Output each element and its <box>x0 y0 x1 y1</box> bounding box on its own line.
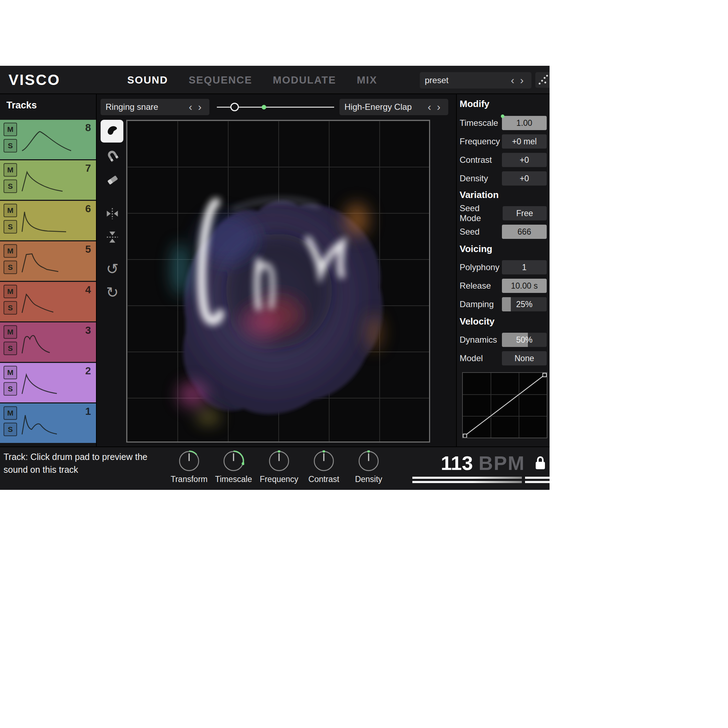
dynamics-row: Dynamics 50% <box>460 332 547 348</box>
track-pad-8[interactable]: M S 8 <box>0 120 96 159</box>
morph-right-select[interactable]: High-Energy Clap ‹ › <box>340 99 448 115</box>
dynamics-value-slider[interactable]: 50% <box>502 333 547 347</box>
frequency-value-slider[interactable]: +0 mel <box>502 135 547 148</box>
tempo-display[interactable]: 113 BPM <box>441 451 549 474</box>
timescale-knob[interactable] <box>223 450 244 472</box>
magnet-tool-button[interactable] <box>104 147 121 164</box>
mute-button[interactable]: M <box>3 163 17 177</box>
sound-canvas[interactable] <box>126 120 430 442</box>
preset-select[interactable]: preset ‹ › <box>420 72 531 89</box>
curve-handle-low[interactable] <box>463 434 467 437</box>
density-knob-block: Density <box>347 450 391 484</box>
solo-button[interactable]: S <box>3 260 17 274</box>
mirror-vertical-icon <box>104 229 120 245</box>
track-pad-2[interactable]: M S 2 <box>0 363 96 402</box>
solo-button[interactable]: S <box>3 220 17 234</box>
mute-button[interactable]: M <box>3 204 17 217</box>
tab-sound[interactable]: SOUND <box>127 74 168 86</box>
solo-button[interactable]: S <box>3 139 17 153</box>
chevron-right-icon[interactable]: › <box>195 102 204 112</box>
track-pad-7[interactable]: M S 7 <box>0 160 96 200</box>
waveform-icon <box>20 206 73 236</box>
model-select[interactable]: None <box>502 351 547 366</box>
bpm-value[interactable]: 113 <box>441 451 473 474</box>
track-number: 7 <box>85 162 91 174</box>
mute-button[interactable]: M <box>3 366 17 379</box>
status-hint-line2: sound on this track <box>3 463 160 476</box>
magnet-icon <box>104 147 120 163</box>
contrast-knob-block: Contrast <box>302 450 346 484</box>
chevron-left-icon[interactable]: ‹ <box>425 102 434 112</box>
contrast-value-slider[interactable]: +0 <box>502 153 547 167</box>
meter-bar <box>525 481 549 483</box>
eraser-tool-button[interactable] <box>104 171 121 188</box>
mute-button[interactable]: M <box>3 406 17 420</box>
waveform-icon <box>20 408 73 439</box>
waveform-icon <box>20 165 73 196</box>
frequency-label: Frequency <box>460 136 500 147</box>
undo-button[interactable]: ↺ <box>104 260 121 278</box>
release-value-slider[interactable]: 10.00 s <box>502 279 547 293</box>
chevron-right-icon[interactable]: › <box>434 102 443 112</box>
mirror-horizontal-button[interactable] <box>104 205 121 222</box>
track-number: 2 <box>85 365 91 377</box>
track-number: 6 <box>85 203 91 215</box>
morph-slider-handle[interactable] <box>230 103 239 111</box>
randomize-button[interactable] <box>535 72 549 88</box>
meter-bar <box>525 477 549 479</box>
lock-icon[interactable] <box>534 456 546 471</box>
waveform-icon <box>20 287 73 317</box>
mute-button[interactable]: M <box>3 122 17 136</box>
curve-handle-high[interactable] <box>543 373 546 377</box>
morph-slider[interactable] <box>217 99 334 115</box>
tab-mix[interactable]: MIX <box>357 74 378 86</box>
velocity-curve-editor[interactable] <box>462 372 548 438</box>
mute-button[interactable]: M <box>3 325 17 339</box>
knob-label: Transform <box>167 474 211 484</box>
solo-button[interactable]: S <box>3 179 17 193</box>
timescale-knob-block: Timescale <box>211 450 255 484</box>
release-row: Release 10.00 s <box>460 278 547 294</box>
track-pad-3[interactable]: M S 3 <box>0 323 96 362</box>
draw-tool-button[interactable] <box>101 120 123 142</box>
morph-left-value: Ringing snare <box>106 102 186 112</box>
solo-button[interactable]: S <box>3 301 17 315</box>
status-hint: Track: Click drum pad to preview the sou… <box>3 450 160 476</box>
track-number: 8 <box>85 122 91 134</box>
track-pad-1[interactable]: M S 1 <box>0 404 96 443</box>
undo-icon: ↺ <box>106 262 118 277</box>
model-row: Model None <box>460 350 547 367</box>
contrast-knob[interactable] <box>313 450 335 472</box>
solo-button[interactable]: S <box>3 423 17 436</box>
frequency-knob[interactable] <box>268 450 290 472</box>
knob-label: Contrast <box>302 474 346 484</box>
mute-button[interactable]: M <box>3 244 17 258</box>
morph-right-value: High-Energy Clap <box>344 102 425 112</box>
tab-modulate[interactable]: MODULATE <box>273 74 336 86</box>
density-value-slider[interactable]: +0 <box>502 171 547 185</box>
waveform-icon <box>20 327 73 358</box>
seed-value-slider[interactable]: 666 <box>502 225 547 239</box>
redo-button[interactable]: ↻ <box>104 284 121 301</box>
tab-sequence[interactable]: SEQUENCE <box>189 74 252 86</box>
chevron-left-icon[interactable]: ‹ <box>186 102 195 112</box>
mute-button[interactable]: M <box>3 285 17 298</box>
damping-value-slider[interactable]: 25% <box>502 297 547 311</box>
density-knob[interactable] <box>358 450 379 472</box>
knob-label: Timescale <box>211 474 255 484</box>
track-pad-5[interactable]: M S 5 <box>0 242 96 281</box>
polyphony-value-slider[interactable]: 1 <box>502 260 547 274</box>
chevron-right-icon[interactable]: › <box>517 75 526 86</box>
morph-left-select[interactable]: Ringing snare ‹ › <box>101 99 210 115</box>
transform-knob[interactable] <box>179 450 200 472</box>
track-pad-6[interactable]: M S 6 <box>0 201 96 240</box>
chevron-left-icon[interactable]: ‹ <box>508 75 517 86</box>
voicing-section-title: Voicing <box>460 243 492 254</box>
mirror-vertical-button[interactable] <box>104 229 121 246</box>
track-pad-4[interactable]: M S 4 <box>0 282 96 321</box>
solo-button[interactable]: S <box>3 342 17 355</box>
seed-mode-select[interactable]: Free <box>503 206 547 220</box>
mirror-horizontal-icon <box>104 206 120 222</box>
timescale-value-slider[interactable]: 1.00 <box>502 116 547 130</box>
solo-button[interactable]: S <box>3 382 17 396</box>
